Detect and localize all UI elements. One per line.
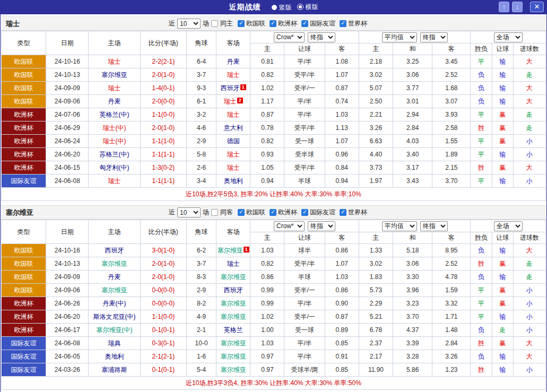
ah-away-odds-cell: 0.91 bbox=[325, 350, 359, 363]
euro-average-select[interactable]: 平均值 bbox=[382, 32, 417, 42]
competition-checkbox[interactable] bbox=[270, 209, 276, 216]
euro-away-odds-cell: 3.07 bbox=[432, 95, 471, 108]
away-team-cell: 瑞士 bbox=[216, 108, 250, 121]
competition-checkbox[interactable] bbox=[340, 209, 346, 216]
team-name: 瑞士 bbox=[108, 177, 121, 185]
ah-odds-time-select[interactable]: 终指 bbox=[308, 221, 335, 231]
competition-cell: 欧国联 bbox=[2, 257, 46, 271]
away-team-cell: 瑞士 bbox=[216, 161, 250, 175]
competition-cell: 欧国联 bbox=[2, 244, 46, 257]
team-name: 塞尔维亚 bbox=[221, 353, 246, 360]
euro-home-odds-cell: 5.73 bbox=[359, 284, 393, 297]
recent-count-select[interactable]: 10 bbox=[177, 19, 201, 29]
ah-away-odds-cell: 0.96 bbox=[325, 148, 359, 161]
ah-away-odds-cell: 0.85 bbox=[325, 363, 359, 377]
bookmaker-select[interactable]: Crow* bbox=[274, 221, 305, 231]
competition-checkbox[interactable] bbox=[270, 20, 276, 27]
outcome-result-cell: 平 bbox=[471, 108, 492, 121]
ah-line-cell: 球半 bbox=[284, 244, 325, 257]
score-cell: 1-3(0-2) bbox=[140, 161, 186, 175]
handicap-result-cell: 赢 bbox=[492, 161, 513, 175]
scope-select[interactable]: 全场 bbox=[494, 221, 523, 231]
euro-away-odds-cell: 1.68 bbox=[432, 82, 471, 95]
outcome-result-cell: 负 bbox=[471, 68, 492, 82]
competition-cell: 欧国联 bbox=[2, 82, 46, 95]
outcome-result-cell: 负 bbox=[471, 244, 492, 257]
recent-results-table: 类型日期主场比分(半场)角球客场Crow*终指平均值终指全场主让球客主和客胜负让… bbox=[1, 31, 546, 201]
bookmaker-select[interactable]: Crow* bbox=[274, 32, 305, 42]
goals-result-cell: 大 bbox=[513, 55, 545, 68]
layout-radio-option[interactable]: 横版 bbox=[297, 3, 318, 12]
euro-odds-time-select[interactable]: 终指 bbox=[420, 221, 448, 231]
ah-home-odds-cell: 1.03 bbox=[250, 244, 284, 257]
ah-home-odds-cell: 0.82 bbox=[250, 135, 284, 148]
competition-checkbox[interactable] bbox=[238, 20, 245, 27]
euro-average-select[interactable]: 平均值 bbox=[382, 221, 417, 231]
dropdown-group: 全场 bbox=[471, 220, 546, 232]
match-row: 欧国联24-10-13塞尔维亚2-0(1-0)3-7瑞士0.82受平/半1.07… bbox=[2, 68, 546, 82]
corners-cell: 5-4 bbox=[186, 363, 216, 377]
team-name: 西班牙 bbox=[105, 247, 124, 254]
ah-home-odds-cell: 0.78 bbox=[250, 121, 284, 135]
recent-count-select[interactable]: 10 bbox=[177, 207, 201, 217]
euro-home-odds-cell: 3.73 bbox=[359, 161, 393, 175]
scope-select[interactable]: 全场 bbox=[494, 32, 523, 42]
euro-draw-odds-cell: 2.84 bbox=[393, 121, 432, 135]
match-row: 欧洲杯24-06-20斯洛文尼亚(中)1-1(0-0)4-9塞尔维亚1.02受半… bbox=[2, 310, 546, 324]
euro-odds-time-select[interactable]: 终指 bbox=[420, 32, 448, 42]
ah-odds-time-select[interactable]: 终指 bbox=[308, 32, 335, 42]
euro-draw-odds-cell: 3.17 bbox=[393, 161, 432, 175]
euro-away-odds-cell: 3.26 bbox=[432, 350, 471, 363]
date-cell: 24-06-08 bbox=[46, 337, 89, 350]
euro-away-odds-cell: 2.52 bbox=[432, 257, 471, 271]
section-header-bar: 瑞士 近 10 场 同主 欧国联欧洲杯国际友谊世界杯 bbox=[1, 16, 546, 31]
competition-cell: 国际友谊 bbox=[2, 337, 46, 350]
match-row: 欧国联24-09-09丹麦2-0(1-0)8-3塞尔维亚0.86半球1.031.… bbox=[2, 271, 546, 284]
close-button[interactable]: ✕ bbox=[530, 2, 544, 12]
corners-cell: 3-2 bbox=[186, 108, 216, 121]
ah-home-odds-cell: 1.02 bbox=[250, 310, 284, 324]
ah-line-cell: 受半/一 bbox=[284, 310, 325, 324]
home-team-cell: 苏格兰(中) bbox=[89, 148, 140, 161]
col-date: 日期 bbox=[46, 31, 89, 55]
ah-line-cell: 受平/半 bbox=[284, 68, 325, 82]
match-row: 欧洲杯24-06-17塞尔维亚(中)0-1(0-1)2-1英格兰1.00受一球0… bbox=[2, 324, 546, 337]
euro-draw-odds-cell: 3.01 bbox=[393, 95, 432, 108]
match-row: 国际友谊24-06-05奥地利2-1(2-1)1-6塞尔维亚0.97平/半0.9… bbox=[2, 350, 546, 363]
same-filter-checkbox[interactable] bbox=[211, 20, 218, 27]
layout-radio-option[interactable]: 竖版 bbox=[272, 3, 292, 12]
competition-checkbox[interactable] bbox=[340, 20, 346, 27]
window-controls: ↑ ↓ ✕ bbox=[496, 2, 544, 12]
ah-home-odds-cell: 1.05 bbox=[250, 161, 284, 175]
euro-away-odds-cell: 2.58 bbox=[432, 121, 471, 135]
competition-checkbox[interactable] bbox=[301, 20, 308, 27]
competition-checkbox[interactable] bbox=[301, 209, 308, 216]
move-up-button[interactable]: ↑ bbox=[499, 2, 509, 12]
outcome-result-cell: 平 bbox=[471, 175, 492, 188]
euro-home-odds-cell: 3.02 bbox=[359, 68, 393, 82]
team-name: 斯洛文尼亚(中) bbox=[93, 313, 136, 320]
handicap-result-cell: 赢 bbox=[492, 284, 513, 297]
team-name: 塞尔维亚 bbox=[102, 71, 127, 79]
corners-cell: 5-8 bbox=[186, 148, 216, 161]
team-name: 匈牙利(中) bbox=[100, 164, 129, 171]
euro-home-odds-cell: 3.02 bbox=[359, 257, 393, 271]
outcome-result-cell: 胜 bbox=[471, 257, 492, 271]
competition-cell: 欧洲杯 bbox=[2, 297, 46, 310]
euro-away-odds-cell: 1.55 bbox=[432, 135, 471, 148]
euro-draw-odds-cell: 4.37 bbox=[393, 324, 432, 337]
col-ah-home: 主 bbox=[250, 232, 284, 244]
team-name: 塞尔维亚 bbox=[221, 339, 246, 347]
col-res-goals: 进球数 bbox=[513, 43, 545, 55]
euro-away-odds-cell: 2.52 bbox=[432, 68, 471, 82]
handicap-result-cell: 输 bbox=[492, 350, 513, 363]
away-team-cell: 瑞士 bbox=[216, 257, 250, 271]
col-res-outcome: 胜负 bbox=[471, 43, 492, 55]
euro-home-odds-cell: 4.40 bbox=[359, 148, 393, 161]
competition-label: 国际友谊 bbox=[310, 19, 335, 28]
competition-checkbox[interactable] bbox=[238, 209, 245, 216]
move-down-button[interactable]: ↓ bbox=[512, 2, 523, 12]
same-filter-checkbox[interactable] bbox=[211, 209, 218, 216]
date-cell: 24-10-13 bbox=[46, 257, 89, 271]
team-name: 奥地利 bbox=[105, 353, 124, 360]
